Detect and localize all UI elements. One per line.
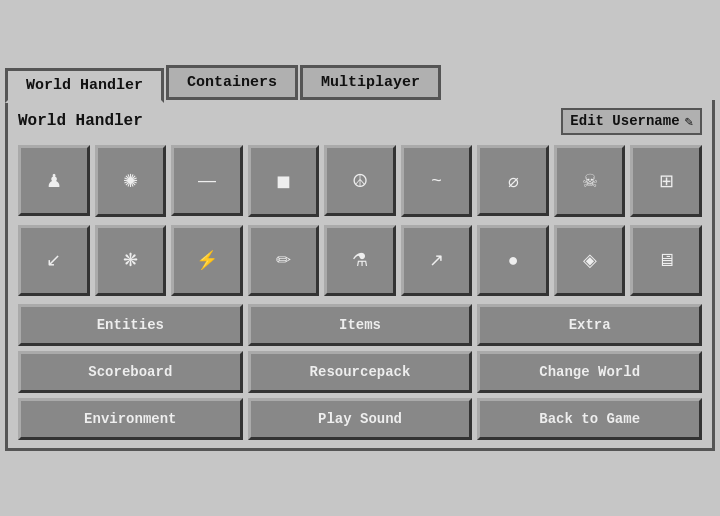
panel-header: World Handler Edit Username ✎ <box>18 108 702 135</box>
scoreboard-button[interactable]: Scoreboard <box>18 351 243 393</box>
items-button[interactable]: Items <box>248 304 473 346</box>
icon-btn-0-1[interactable]: ✺ <box>95 145 167 217</box>
icon-btn-1-0[interactable]: ↙ <box>18 225 90 297</box>
panel: World Handler Edit Username ✎ ♟ ✺ — ◼ ☮ … <box>5 100 715 451</box>
icon-btn-1-2[interactable]: ⚡ <box>171 225 243 297</box>
panel-title: World Handler <box>18 112 143 130</box>
tab-world-handler[interactable]: World Handler <box>5 68 164 103</box>
action-grid-row3: Environment Play Sound Back to Game <box>18 398 702 440</box>
icon-btn-0-0[interactable]: ♟ <box>18 145 90 217</box>
panel-inner: World Handler Edit Username ✎ ♟ ✺ — ◼ ☮ … <box>8 100 712 448</box>
tab-containers[interactable]: Containers <box>166 65 298 100</box>
pencil-icon: ✎ <box>685 113 693 130</box>
environment-button[interactable]: Environment <box>18 398 243 440</box>
edit-username-button[interactable]: Edit Username ✎ <box>561 108 702 135</box>
icon-btn-1-6[interactable]: ● <box>477 225 549 297</box>
icon-btn-0-7[interactable]: ☠ <box>554 145 626 217</box>
icon-btn-1-1[interactable]: ❋ <box>95 225 167 297</box>
action-grid-row1: Entities Items Extra <box>18 304 702 346</box>
icon-btn-1-8[interactable]: 🖥 <box>630 225 702 297</box>
icon-btn-0-6[interactable]: ⌀ <box>477 145 549 217</box>
icon-btn-0-4[interactable]: ☮ <box>324 145 396 217</box>
icon-btn-0-3[interactable]: ◼ <box>248 145 320 217</box>
icon-btn-1-5[interactable]: ↗ <box>401 225 473 297</box>
icon-grid-row1: ♟ ✺ — ◼ ☮ ~ ⌀ ☠ ⊞ <box>18 145 702 217</box>
back-to-game-button[interactable]: Back to Game <box>477 398 702 440</box>
icon-btn-0-8[interactable]: ⊞ <box>630 145 702 217</box>
main-container: World Handler Containers Multiplayer Wor… <box>0 0 720 516</box>
tab-multiplayer[interactable]: Multiplayer <box>300 65 441 100</box>
extra-button[interactable]: Extra <box>477 304 702 346</box>
icon-btn-0-5[interactable]: ~ <box>401 145 473 217</box>
change-world-button[interactable]: Change World <box>477 351 702 393</box>
play-sound-button[interactable]: Play Sound <box>248 398 473 440</box>
tab-row: World Handler Containers Multiplayer <box>5 65 715 100</box>
action-grid-row2: Scoreboard Resourcepack Change World <box>18 351 702 393</box>
icon-btn-1-7[interactable]: ◈ <box>554 225 626 297</box>
icon-grid-row2: ↙ ❋ ⚡ ✏ ⚗ ↗ ● ◈ 🖥 <box>18 225 702 297</box>
icon-btn-1-4[interactable]: ⚗ <box>324 225 396 297</box>
icon-btn-1-3[interactable]: ✏ <box>248 225 320 297</box>
entities-button[interactable]: Entities <box>18 304 243 346</box>
icon-btn-0-2[interactable]: — <box>171 145 243 217</box>
edit-username-label: Edit Username <box>570 113 679 129</box>
resourcepack-button[interactable]: Resourcepack <box>248 351 473 393</box>
